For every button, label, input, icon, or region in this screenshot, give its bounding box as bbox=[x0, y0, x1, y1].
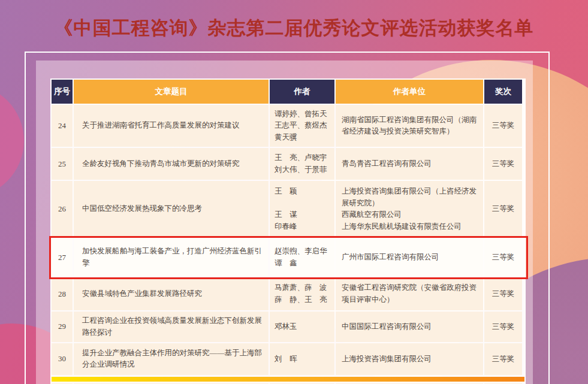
cell-award: 三等奖 bbox=[484, 277, 522, 310]
cell-number: 28 bbox=[52, 277, 73, 310]
award-table: 序号文章题目作者作者单位奖次24关于推进湖南省托育工作高质量发展的对策建议谭婷婷… bbox=[50, 78, 526, 384]
table-header-row: 序号文章题目作者作者单位奖次 bbox=[52, 80, 524, 104]
cell-article-title: 中国低空经济发展热现象下的冷思考 bbox=[74, 181, 269, 237]
table-row: 26中国低空经济发展热现象下的冷思考王 颖 王 谋 印春峰上海投资咨询集团有限公… bbox=[52, 181, 524, 237]
column-header: 奖次 bbox=[484, 80, 522, 104]
cell-article-title: 安徽县域特色产业集群发展路径研究 bbox=[74, 277, 269, 310]
cell-organization: 安徽省工程咨询研究院（安徽省政府投资项目评审中心） bbox=[336, 277, 483, 310]
cell-number: 25 bbox=[52, 148, 73, 180]
highlight-box bbox=[49, 236, 528, 279]
column-header: 作者 bbox=[270, 80, 334, 104]
table-row: 24关于推进湖南省托育工作高质量发展的对策建议谭婷婷、曾拓天 王志平、蔡煜杰 黄… bbox=[52, 105, 524, 147]
column-header: 作者单位 bbox=[336, 80, 483, 104]
table-row: 25全龄友好视角下推动青岛市城市更新的对策研究王 亮、卢晓宇 刘大伟、于景菲青岛… bbox=[52, 148, 524, 180]
cell-award: 三等奖 bbox=[484, 181, 522, 237]
cell-authors: 王 亮、卢晓宇 刘大伟、于景菲 bbox=[270, 148, 334, 180]
cell-authors: 邓林玉 bbox=[270, 312, 334, 342]
cell-organization: 上海投资咨询集团有限公司 bbox=[336, 343, 483, 375]
table-row: 30提升企业产教融合主体作用的对策研究——基于上海部分企业调研情况刘 晖上海投资… bbox=[52, 343, 524, 375]
cell-article-title: 关于推进湖南省托育工作高质量发展的对策建议 bbox=[74, 105, 269, 147]
table-row: 29工程咨询企业在投资领域高质量发展新业态下创新发展路径探讨邓林玉中国国际工程咨… bbox=[52, 312, 524, 342]
cell-authors: 马萧萧、薛 波 薛 静、王 亮 bbox=[270, 277, 334, 310]
cell-award: 三等奖 bbox=[484, 343, 522, 375]
cell-article-title: 工程咨询企业在投资领域高质量发展新业态下创新发展路径探讨 bbox=[74, 312, 269, 342]
cell-authors: 王 颖 王 谋 印春峰 bbox=[270, 181, 334, 237]
cell-organization: 湖南省国际工程咨询集团有限公司（湖南省经济建设与投资决策研究智库） bbox=[336, 105, 483, 147]
cell-number: 30 bbox=[52, 343, 73, 375]
cell-authors: 刘 晖 bbox=[270, 343, 334, 375]
cell-number: 29 bbox=[52, 312, 73, 342]
cell-organization: 青岛青咨工程咨询有限公司 bbox=[336, 148, 483, 180]
page-title: 《中国工程咨询》杂志第二届优秀论文评选活动获奖名单 bbox=[0, 16, 588, 41]
cell-organization: 中国国际工程咨询有限公司 bbox=[336, 312, 483, 342]
cell-organization: 上海投资咨询集团有限公司（上咨经济发展研究院） 西藏航空有限公司 上海华东民航机… bbox=[336, 181, 483, 237]
column-header: 序号 bbox=[52, 80, 73, 104]
cell-article-title: 全龄友好视角下推动青岛市城市更新的对策研究 bbox=[74, 148, 269, 180]
cell-award: 三等奖 bbox=[484, 105, 522, 147]
gradient-divider-bar bbox=[52, 377, 524, 382]
cell-number: 24 bbox=[52, 105, 73, 147]
column-header: 文章题目 bbox=[74, 80, 269, 104]
cell-article-title: 提升企业产教融合主体作用的对策研究——基于上海部分企业调研情况 bbox=[74, 343, 269, 375]
cell-award: 三等奖 bbox=[484, 312, 522, 342]
cell-award: 三等奖 bbox=[484, 148, 522, 180]
cell-number: 26 bbox=[52, 181, 73, 237]
table-row: 28安徽县域特色产业集群发展路径研究马萧萧、薛 波 薛 静、王 亮安徽省工程咨询… bbox=[52, 277, 524, 310]
cell-authors: 谭婷婷、曾拓天 王志平、蔡煜杰 黄天骥 bbox=[270, 105, 334, 147]
